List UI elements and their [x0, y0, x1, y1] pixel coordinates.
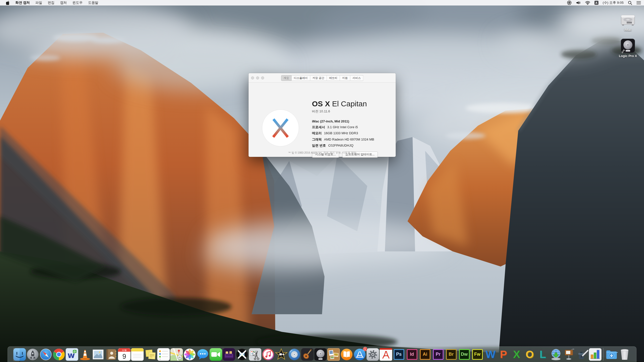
dock-item-word[interactable]: W [484, 348, 497, 361]
dock-item-pages[interactable] [576, 348, 588, 361]
mouse-cursor [252, 351, 258, 357]
logic-pro-icon [617, 37, 639, 53]
dock-item-excel[interactable]: X [510, 348, 523, 361]
notification-center-icon[interactable] [636, 1, 641, 5]
fan-status-icon[interactable] [567, 1, 572, 5]
desktop-icon-logic-pro[interactable]: Logic Pro X [617, 37, 639, 58]
dock-item-dreamweaver[interactable]: Dw [458, 348, 471, 361]
dock-item-numbers[interactable] [589, 348, 601, 361]
dock-item-photos[interactable] [183, 348, 196, 361]
spec-list: 프로세서3.1 GHz Intel Core i5메모리16GB 1333 MH… [312, 125, 392, 148]
tab-1[interactable]: 디스플레이 [292, 75, 310, 81]
dock-item-lync[interactable]: L [537, 348, 549, 361]
apple-icon [6, 1, 10, 5]
active-app-menu[interactable]: 화면 캡처 [13, 1, 33, 5]
dock-item-messages[interactable] [196, 348, 209, 361]
close-button[interactable] [251, 76, 254, 79]
svg-text:9: 9 [122, 353, 126, 360]
dock-item-download-manager[interactable] [550, 348, 562, 361]
menu-item-2[interactable]: 캡처 [57, 1, 70, 5]
dock-item-powerpoint[interactable]: P [497, 348, 510, 361]
tab-4[interactable]: 지원 [340, 75, 350, 81]
window-titlebar[interactable]: 개요디스플레이저장 공간메모리지원서비스 [249, 73, 396, 83]
minimize-button[interactable] [256, 76, 259, 79]
dock-item-mail[interactable] [92, 348, 104, 361]
dock-item-ibooks[interactable] [340, 348, 353, 361]
menu-clock[interactable]: (수) 오후 9:05 [603, 1, 624, 5]
os-title: OS X El Capitan [312, 99, 392, 108]
tab-2[interactable]: 저장 공간 [310, 75, 327, 81]
input-source-icon[interactable]: A [594, 1, 598, 5]
menu-item-1[interactable]: 편집 [45, 1, 57, 5]
dock-item-indesign[interactable]: Id [406, 348, 418, 361]
dock-item-chrome[interactable] [53, 348, 65, 361]
desktop-icon-label: iMac [617, 28, 639, 32]
spotlight-search-icon[interactable] [628, 1, 632, 5]
dock-item-photo-board[interactable] [327, 348, 340, 361]
dock-item-webhard[interactable]: w [66, 348, 78, 361]
dock-item-garageband[interactable] [301, 348, 314, 361]
tab-0[interactable]: 개요 [281, 75, 292, 81]
dock-item-downloads[interactable] [605, 348, 618, 361]
dock-item-maps[interactable]: 3D [170, 348, 183, 361]
os-version: 버전 10.11.6 [312, 109, 392, 114]
dock-item-imovie[interactable] [275, 348, 288, 361]
copyright-footer: ™ 및 © 1983-2016 Apple Inc. 모든 권리 보유. 사용권… [249, 151, 396, 155]
dock-item-safari[interactable] [39, 348, 52, 361]
dock-item-fireworks[interactable]: Fw [471, 348, 484, 361]
dock-item-logic-pro[interactable] [314, 348, 327, 361]
wallpaper [0, 0, 644, 362]
about-overview-pane: OS X El Capitan 버전 10.11.6 iMac (27-inch… [249, 83, 396, 157]
hard-drive-icon [617, 11, 639, 27]
volume-icon[interactable] [576, 1, 581, 5]
svg-text:3D: 3D [178, 356, 181, 359]
svg-text:12월: 12월 [122, 349, 127, 351]
dock-item-facetime[interactable] [210, 348, 222, 361]
dock-item-app-store[interactable]: 1 [353, 348, 366, 361]
spec-row-3: 일련 번호C02FPA8UDHJQ [312, 143, 392, 148]
dock-item-premiere[interactable]: Pr [432, 348, 445, 361]
menu-bar: 화면 캡처 파일편집캡처윈도우도움말 A (수) 오후 9:05 [0, 0, 644, 6]
mac-model: iMac (27-inch, Mid 2011) [312, 119, 392, 123]
dock-item-system-preferences[interactable] [367, 348, 379, 361]
dock-item-photoshop[interactable]: Ps [393, 348, 405, 361]
dock-item-xee[interactable] [236, 348, 248, 361]
dock-item-launchpad[interactable] [26, 348, 39, 361]
dock-item-outlook[interactable]: O [524, 348, 536, 361]
osx-x-logo [262, 109, 299, 147]
desktop-icon-label: Logic Pro X [617, 54, 639, 58]
desktop-icon-imac-disk[interactable]: iMac [617, 11, 639, 32]
dock-item-illustrator[interactable]: Ai [419, 348, 431, 361]
tab-5[interactable]: 서비스 [350, 75, 363, 81]
dock-item-vlc[interactable] [79, 348, 91, 361]
apple-menu[interactable] [3, 0, 13, 6]
dock-item-reminders[interactable] [157, 348, 170, 361]
zoom-button[interactable] [261, 76, 264, 79]
dock-item-keynote[interactable] [563, 348, 575, 361]
spec-row-1: 메모리16GB 1333 MHz DDR3 [312, 131, 392, 135]
menu-item-3[interactable]: 윈도우 [70, 1, 86, 5]
dock-item-contacts[interactable] [105, 348, 117, 361]
spec-row-0: 프로세서3.1 GHz Intel Core i5 [312, 125, 392, 129]
about-tabs: 개요디스플레이저장 공간메모리지원서비스 [281, 75, 363, 81]
menu-item-0[interactable]: 파일 [33, 1, 45, 5]
dock-item-itunes[interactable] [262, 348, 274, 361]
dock-item-toast[interactable] [223, 348, 235, 361]
dock-item-acrobat[interactable] [380, 348, 392, 361]
desktop-screen: 화면 캡처 파일편집캡처윈도우도움말 A (수) 오후 9:05 [0, 0, 644, 362]
dock-item-calendar[interactable]: 12월9 [118, 348, 131, 361]
dock-item-notes[interactable] [131, 348, 144, 361]
about-this-mac-window: 개요디스플레이저장 공간메모리지원서비스 [249, 73, 396, 157]
dock-item-trash[interactable] [618, 348, 631, 361]
menu-item-4[interactable]: 도움말 [85, 1, 101, 5]
dock-item-bridge[interactable]: Br [445, 348, 458, 361]
dock-item-finder[interactable] [13, 348, 26, 361]
traffic-lights [251, 76, 264, 79]
wifi-icon[interactable] [585, 1, 590, 5]
dock-divider [603, 348, 603, 361]
dock: w12월93D1PsIdAiPrBrDwFwWPXOL [8, 346, 636, 362]
dock-item-dvd-player[interactable] [288, 348, 301, 361]
spec-row-2: 그래픽AMD Radeon HD 6970M 1024 MB [312, 137, 392, 142]
tab-3[interactable]: 메모리 [327, 75, 340, 81]
dock-item-stickies[interactable] [144, 348, 157, 361]
